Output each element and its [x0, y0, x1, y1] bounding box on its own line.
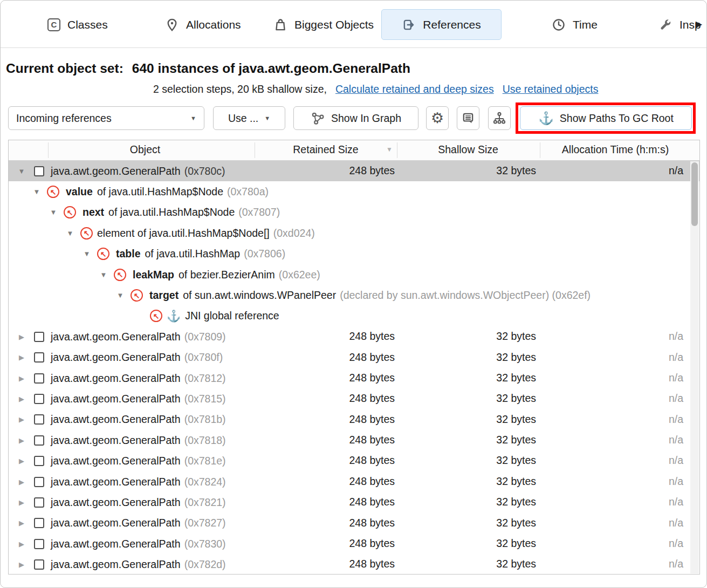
table-row[interactable]: ▶ java.awt.geom.GeneralPath (0x781b) 248… [9, 409, 699, 430]
allocation-time-value: n/a [669, 330, 683, 343]
reference-chain-row[interactable]: ▼ ↖ element of java.util.HashMap$Node[] … [9, 223, 699, 243]
column-header-allocation[interactable]: Allocation Time (h:m:s) [562, 143, 669, 156]
reference-chain-row[interactable]: ▼ ↖ leakMap of bezier.BezierAnim (0x62ee… [9, 264, 699, 285]
object-class: java.awt.geom.GeneralPath [51, 393, 181, 405]
tab-biggest-objects[interactable]: Biggest Objects [266, 9, 381, 40]
incoming-reference-icon: ↖ [97, 248, 109, 260]
expand-triangle-icon[interactable]: ▶ [16, 540, 27, 548]
tab-time[interactable]: Time [544, 9, 605, 40]
reference-field: leakMap [133, 269, 174, 281]
use-retained-objects-link[interactable]: Use retained objects [503, 83, 599, 95]
show-paths-to-gc-root-button[interactable]: ⚓ Show Paths To GC Root [520, 106, 692, 130]
allocation-time-value: n/a [669, 496, 683, 508]
tab-classes[interactable]: C Classes [40, 9, 115, 40]
expand-triangle-icon[interactable]: ▶ [16, 333, 27, 341]
expand-triangle-icon[interactable]: ▶ [16, 395, 27, 403]
show-in-graph-button[interactable]: Show In Graph [293, 106, 418, 130]
object-address: (0x7809) [184, 331, 226, 343]
tree-view-button[interactable] [488, 106, 511, 130]
reference-chain-row[interactable]: ▼ ↖ next of java.util.HashMap$Node (0x78… [9, 202, 699, 223]
shallow-size-value: 32 bytes [496, 165, 536, 177]
row-checkbox[interactable] [34, 477, 44, 487]
tab-references[interactable]: References [381, 9, 502, 40]
row-checkbox[interactable] [34, 539, 44, 549]
row-checkbox[interactable] [34, 166, 44, 176]
tab-overflow-arrow-icon[interactable]: ▶ [696, 19, 702, 29]
object-class: java.awt.geom.GeneralPath [51, 351, 181, 364]
table-row[interactable]: ▶ java.awt.geom.GeneralPath (0x782d) 248… [9, 554, 699, 575]
row-checkbox[interactable] [34, 332, 44, 342]
allocation-time-value: n/a [669, 475, 683, 488]
row-checkbox[interactable] [34, 435, 44, 446]
tab-label: Allocations [186, 18, 241, 31]
reference-type-value: Incoming references [16, 112, 112, 125]
row-checkbox[interactable] [34, 518, 44, 528]
expand-triangle-icon[interactable]: ▼ [65, 229, 75, 237]
row-checkbox[interactable] [34, 373, 44, 384]
row-checkbox[interactable] [34, 497, 44, 508]
tab-allocations[interactable]: Allocations [157, 9, 249, 40]
object-address: (0x7827) [184, 517, 226, 529]
expand-triangle-icon[interactable]: ▶ [16, 519, 27, 527]
expand-triangle-icon[interactable]: ▼ [31, 188, 42, 196]
gear-icon: ⚙ [431, 110, 444, 127]
reference-field: table [116, 248, 141, 260]
shallow-size-value: 32 bytes [496, 434, 536, 446]
gc-root-row[interactable]: ↖ ⚓ JNI global reference [9, 306, 699, 326]
row-checkbox[interactable] [34, 456, 44, 466]
reference-type-select[interactable]: Incoming references ▼ [8, 106, 204, 130]
table-row[interactable]: ▶ java.awt.geom.GeneralPath (0x781e) 248… [9, 450, 699, 471]
retained-size-value: 248 bytes [349, 413, 395, 426]
comment-button[interactable] [457, 106, 479, 130]
calculate-retained-link[interactable]: Calculate retained and deep sizes [335, 83, 494, 95]
reference-address: (declared by sun.awt.windows.WObjectPeer… [340, 289, 591, 302]
show-in-graph-label: Show In Graph [331, 112, 401, 125]
vertical-scrollbar[interactable] [690, 161, 699, 573]
expand-triangle-icon[interactable]: ▶ [16, 498, 27, 507]
expand-triangle-icon[interactable]: ▶ [16, 436, 27, 445]
use-button[interactable]: Use ... ▼ [213, 106, 285, 130]
expand-triangle-icon[interactable]: ▶ [16, 457, 27, 465]
reference-chain-row[interactable]: ▼ ↖ value of java.util.HashMap$Node (0x7… [9, 181, 699, 202]
reference-chain-row[interactable]: ▼ ↖ target of sun.awt.windows.WPanelPeer… [9, 285, 699, 305]
column-header-shallow[interactable]: Shallow Size [438, 143, 498, 156]
allocation-time-value: n/a [669, 517, 683, 529]
retained-size-value: 248 bytes [349, 537, 395, 550]
table-row[interactable]: ▶ java.awt.geom.GeneralPath (0x780f) 248… [9, 347, 699, 368]
anchor-icon: ⚓ [538, 111, 554, 126]
expand-triangle-icon[interactable]: ▼ [81, 250, 92, 258]
expand-triangle-icon[interactable]: ▶ [16, 560, 27, 569]
row-checkbox[interactable] [34, 352, 44, 363]
expand-triangle-icon[interactable]: ▼ [115, 291, 126, 299]
expand-triangle-icon[interactable]: ▼ [48, 208, 59, 216]
row-checkbox[interactable] [34, 559, 44, 570]
expand-triangle-icon[interactable]: ▶ [16, 374, 27, 382]
table-row[interactable]: ▶ java.awt.geom.GeneralPath (0x7812) 248… [9, 368, 699, 388]
expand-triangle-icon[interactable]: ▼ [16, 167, 27, 175]
object-address: (0x7812) [184, 372, 226, 385]
table-row[interactable]: ▶ java.awt.geom.GeneralPath (0x7818) 248… [9, 430, 699, 450]
expand-triangle-icon[interactable]: ▼ [98, 271, 109, 279]
table-row[interactable]: ▶ java.awt.geom.GeneralPath (0x7821) 248… [9, 492, 699, 512]
column-header-object[interactable]: Object [130, 143, 160, 156]
table-row[interactable]: ▶ java.awt.geom.GeneralPath (0x7815) 248… [9, 388, 699, 409]
table-row[interactable]: ▶ java.awt.geom.GeneralPath (0x7830) 248… [9, 534, 699, 554]
settings-button[interactable]: ⚙ [426, 106, 449, 130]
table-row-selected[interactable]: ▼ java.awt.geom.GeneralPath (0x780c) 248… [9, 161, 699, 181]
scrollbar-thumb[interactable] [691, 162, 698, 226]
row-checkbox[interactable] [34, 414, 44, 425]
row-checkbox[interactable] [34, 394, 44, 404]
expand-triangle-icon[interactable]: ▶ [16, 353, 27, 361]
shallow-size-value: 32 bytes [496, 372, 536, 384]
allocation-time-value: n/a [669, 454, 683, 467]
column-header-retained[interactable]: Retained Size [293, 143, 358, 156]
table-row[interactable]: ▶ java.awt.geom.GeneralPath (0x7827) 248… [9, 513, 699, 534]
comment-icon [461, 111, 475, 125]
table-row[interactable]: ▶ java.awt.geom.GeneralPath (0x7809) 248… [9, 326, 699, 347]
expand-triangle-icon[interactable]: ▶ [16, 478, 27, 486]
table-row[interactable]: ▶ java.awt.geom.GeneralPath (0x7824) 248… [9, 471, 699, 492]
reference-chain-row[interactable]: ▼ ↖ table of java.util.HashMap (0x7806) [9, 244, 699, 264]
expand-triangle-icon[interactable]: ▶ [16, 415, 27, 423]
chevron-down-icon: ▼ [264, 115, 270, 121]
reference-field: target [149, 289, 179, 302]
